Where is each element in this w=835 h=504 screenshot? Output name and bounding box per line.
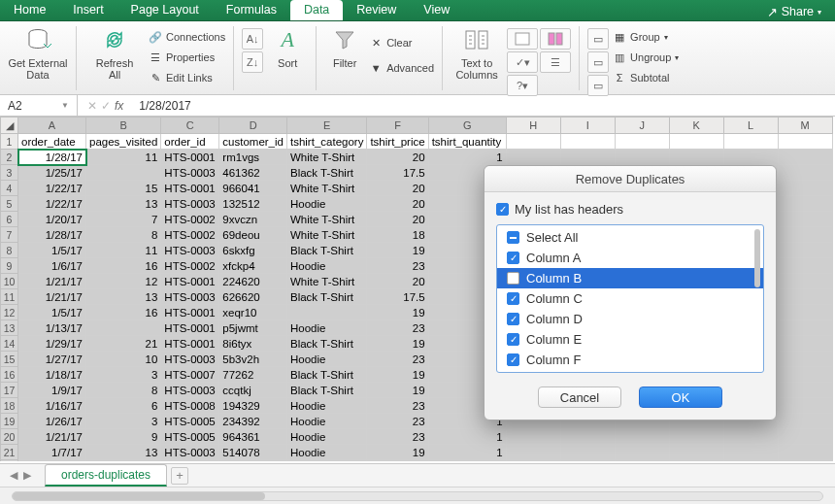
column-header[interactable]: F [367, 118, 428, 134]
cell[interactable] [286, 305, 366, 320]
row-header[interactable]: 1 [1, 134, 18, 150]
column-option[interactable]: ✓Column D [497, 309, 763, 329]
cell[interactable]: rske40 [219, 460, 287, 462]
column-option[interactable]: ✓Column C [497, 288, 763, 309]
cell[interactable]: Black T-Shirt [286, 367, 366, 383]
cell[interactable]: 194329 [219, 398, 287, 414]
cell[interactable]: 9 [86, 429, 161, 445]
cell[interactable] [778, 150, 832, 165]
cell[interactable]: 1/28/17 [18, 227, 86, 243]
cell[interactable]: 13 [86, 196, 161, 212]
cell[interactable] [778, 289, 832, 305]
cell[interactable]: Hoodie [286, 196, 366, 212]
cell[interactable]: customer_id [219, 134, 287, 150]
cell[interactable] [560, 429, 615, 445]
cell[interactable] [778, 383, 832, 398]
cell[interactable]: 20 [367, 196, 428, 212]
cancel-button[interactable]: Cancel [538, 386, 621, 408]
cell[interactable]: Hoodie [286, 414, 366, 429]
cell[interactable] [778, 212, 832, 227]
horizontal-scrollbar[interactable] [0, 487, 835, 504]
cell[interactable] [778, 398, 832, 414]
cell[interactable] [86, 320, 161, 336]
cell[interactable]: 10 [86, 352, 161, 367]
cell[interactable]: 8i6tyx [219, 336, 287, 352]
cell[interactable]: 1/18/17 [18, 367, 86, 383]
row-header[interactable]: 12 [1, 305, 18, 320]
cell[interactable]: 3 [86, 367, 161, 383]
cell[interactable] [778, 336, 832, 352]
cell[interactable]: 1/6/17 [18, 258, 86, 274]
cell[interactable] [669, 445, 723, 460]
cell[interactable]: 8 [86, 227, 161, 243]
cell[interactable]: 1/21/17 [18, 429, 86, 445]
cell[interactable]: 19 [367, 367, 428, 383]
sheet-tab-active[interactable]: orders-duplicates [45, 464, 167, 487]
cell[interactable]: 23 [367, 398, 428, 414]
get-external-data-button[interactable]: Get External Data [8, 24, 68, 81]
cell[interactable]: HTS-0003 [161, 165, 219, 181]
connections-button[interactable]: 🔗Connections [149, 28, 225, 46]
cell[interactable]: HTS-0001 [161, 336, 219, 352]
row-header[interactable]: 14 [1, 336, 18, 352]
cell[interactable]: HTS-0002 [161, 227, 219, 243]
row-header[interactable]: 20 [1, 429, 18, 445]
cell[interactable] [506, 445, 560, 460]
cell[interactable]: 12 [86, 274, 161, 289]
formula-input[interactable]: 1/28/2017 [133, 95, 835, 116]
cell[interactable]: 9xvczn [219, 212, 287, 227]
row-header[interactable]: 16 [1, 367, 18, 383]
row-header[interactable]: 8 [1, 243, 18, 258]
row-header[interactable]: 11 [1, 289, 18, 305]
tab-review[interactable]: Review [343, 0, 410, 20]
cell[interactable]: 234392 [219, 414, 287, 429]
row-header[interactable]: 4 [1, 181, 18, 196]
sheet-next-icon[interactable]: ▶ [23, 469, 31, 482]
cell[interactable] [615, 150, 669, 165]
cell[interactable]: rm1vgs [219, 150, 287, 165]
cell[interactable]: tshirt_price [367, 134, 428, 150]
cell[interactable] [778, 181, 832, 196]
cell[interactable]: 461362 [219, 165, 287, 181]
cell[interactable]: 224620 [219, 274, 287, 289]
cell[interactable] [778, 258, 832, 274]
cell[interactable] [615, 460, 669, 462]
cell[interactable]: 23 [367, 352, 428, 367]
cell[interactable] [778, 352, 832, 367]
cell[interactable] [778, 320, 832, 336]
column-option[interactable]: ✓Column E [497, 329, 763, 350]
cell[interactable]: Hoodie [286, 398, 366, 414]
cell[interactable] [778, 165, 832, 181]
column-header[interactable]: M [778, 118, 832, 134]
cell[interactable]: 1/7/17 [18, 445, 86, 460]
cell[interactable]: Tennis Shirt [286, 460, 366, 462]
cell[interactable]: 77262 [219, 367, 287, 383]
cell[interactable] [778, 367, 832, 383]
cell[interactable]: pages_visited [86, 134, 161, 150]
column-option[interactable]: ✓Column A [497, 248, 763, 268]
cell[interactable] [560, 150, 615, 165]
cell[interactable] [778, 134, 832, 150]
cell[interactable]: 1/26/17 [18, 414, 86, 429]
column-header[interactable]: I [560, 118, 615, 134]
cell[interactable]: 18 [367, 227, 428, 243]
cell[interactable]: 23 [367, 429, 428, 445]
scrollbar[interactable] [753, 227, 761, 370]
cell[interactable]: 19 [367, 305, 428, 320]
row-header[interactable]: 6 [1, 212, 18, 227]
row-header[interactable]: 13 [1, 320, 18, 336]
sort-asc-button[interactable]: A↓ [242, 28, 263, 50]
cell[interactable]: Black T-Shirt [286, 336, 366, 352]
cell[interactable]: White T-Shirt [286, 212, 366, 227]
cell[interactable]: 1/28/17 [18, 150, 86, 165]
share-button[interactable]: ↗ Share ▾ [753, 0, 835, 20]
ungroup-button[interactable]: ▥Ungroup▾ [613, 49, 679, 66]
cell[interactable]: 5b3v2h [219, 352, 287, 367]
cell[interactable]: Hoodie [286, 352, 366, 367]
cell[interactable]: 8 [86, 383, 161, 398]
row-header[interactable]: 22 [1, 460, 18, 462]
row-header[interactable]: 9 [1, 258, 18, 274]
cell[interactable] [506, 429, 560, 445]
column-header[interactable]: C [161, 118, 219, 134]
cell[interactable]: HTS-0001 [161, 305, 219, 320]
